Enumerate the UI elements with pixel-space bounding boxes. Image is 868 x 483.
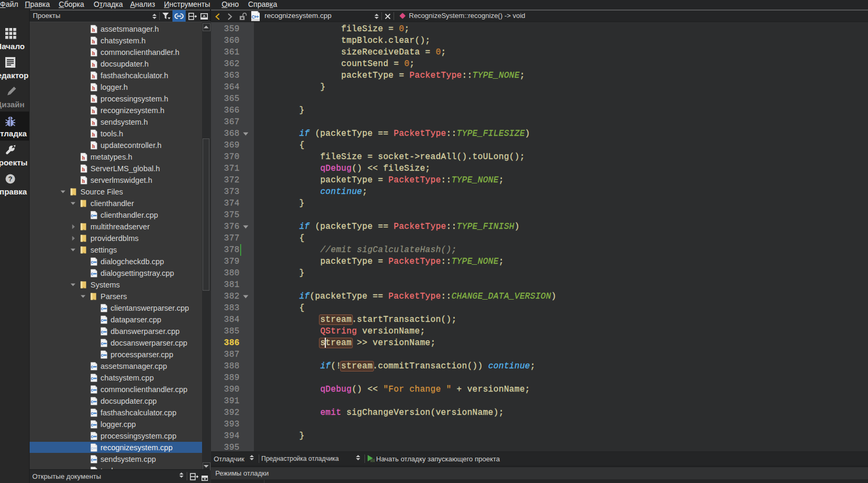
svg-text:h: h <box>92 50 95 56</box>
svg-text:c: c <box>91 213 94 218</box>
svg-text:c: c <box>91 457 94 462</box>
svg-text:h: h <box>92 132 95 137</box>
svg-text:c: c <box>101 341 104 346</box>
svg-text:c: c <box>101 306 104 311</box>
svg-text:c: c <box>91 364 94 369</box>
svg-text:h: h <box>82 178 85 184</box>
svg-text:c: c <box>91 271 94 276</box>
svg-text:c: c <box>91 422 94 428</box>
svg-text:c: c <box>91 376 94 381</box>
svg-text:C++: C++ <box>252 14 259 20</box>
svg-text:c: c <box>91 399 94 404</box>
svg-text:h: h <box>92 97 95 103</box>
svg-text:h: h <box>92 73 95 79</box>
svg-text:h: h <box>92 62 95 68</box>
svg-text:c: c <box>91 445 94 451</box>
svg-text:?: ? <box>8 175 13 183</box>
svg-text:c: c <box>91 259 94 265</box>
svg-text:h: h <box>82 166 85 172</box>
svg-text:c: c <box>91 411 94 416</box>
svg-text:h: h <box>92 27 95 33</box>
svg-text:h: h <box>92 108 95 114</box>
svg-text:c: c <box>101 318 104 323</box>
svg-text:c: c <box>101 329 104 335</box>
svg-text:h: h <box>92 143 95 149</box>
svg-text:h: h <box>92 120 95 126</box>
svg-text:c: c <box>91 387 94 393</box>
svg-text:c: c <box>101 352 104 358</box>
svg-text:h: h <box>92 85 95 91</box>
svg-text:h: h <box>92 39 95 44</box>
svg-text:h: h <box>82 155 85 161</box>
svg-text:c: c <box>91 434 94 439</box>
